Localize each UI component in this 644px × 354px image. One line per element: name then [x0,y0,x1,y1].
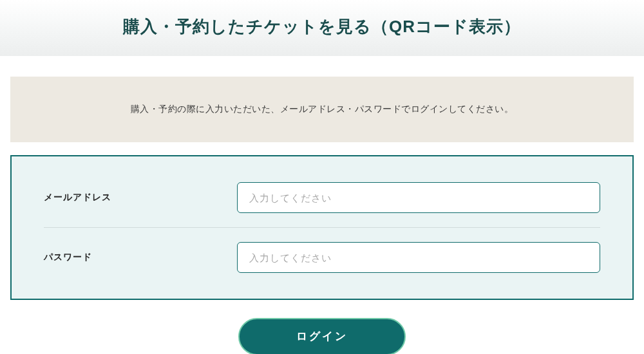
password-row: パスワード [44,228,600,287]
password-input[interactable] [237,242,600,273]
login-button[interactable]: ログイン [238,318,406,354]
instruction-box: 購入・予約の際に入力いただいた、メールアドレス・パスワードでログインしてください… [10,77,634,142]
login-form: メールアドレス パスワード [10,155,634,300]
email-row: メールアドレス [44,168,600,228]
header-band: 購入・予約したチケットを見る（QRコード表示） [0,0,644,56]
page-title: 購入・予約したチケットを見る（QRコード表示） [0,15,644,38]
email-label: メールアドレス [44,192,237,203]
password-label: パスワード [44,252,237,263]
instruction-text: 購入・予約の際に入力いただいた、メールアドレス・パスワードでログインしてください… [23,104,621,115]
email-input[interactable] [237,182,600,213]
login-button-wrap: ログイン [0,318,644,354]
